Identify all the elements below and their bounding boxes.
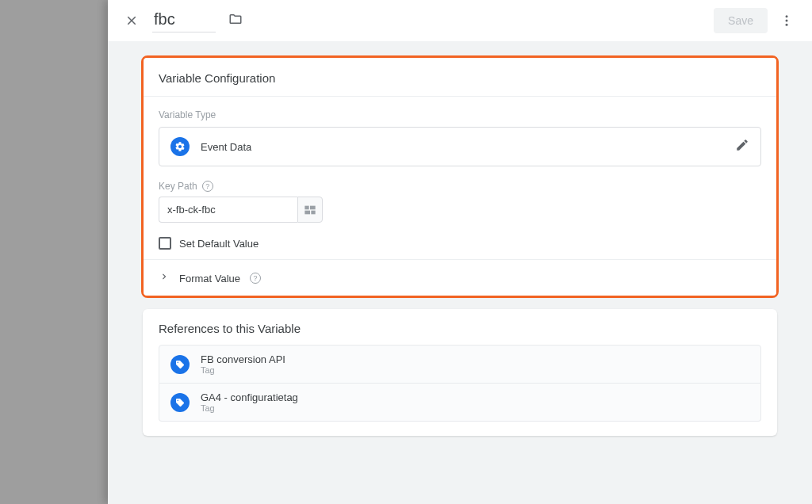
more-vert-icon [779,13,794,28]
reference-item[interactable]: FB conversion API Tag [159,345,761,384]
svg-rect-4 [310,205,316,209]
keypath-input[interactable] [159,197,297,223]
reference-item[interactable]: GA4 - configuratietag Tag [159,384,761,422]
folder-icon [228,12,243,26]
content-area: Variable Configuration Variable Type Eve… [108,41,812,504]
references-card: References to this Variable FB conversio… [143,309,777,436]
tag-icon [170,355,190,374]
format-value-label: Format Value [179,273,240,284]
svg-point-2 [786,24,788,26]
reference-kind: Tag [201,365,285,375]
reference-name: FB conversion API [201,353,285,365]
svg-rect-3 [304,205,308,209]
folder-button[interactable] [228,12,243,29]
reference-kind: Tag [201,403,298,413]
svg-point-0 [786,15,788,17]
keypath-label: Key Path [159,181,197,192]
format-help-icon[interactable]: ? [250,273,261,284]
variable-type-selector[interactable]: Event Data [159,127,761,166]
format-value-toggle[interactable]: Format Value ? [143,259,777,296]
references-list: FB conversion API Tag GA4 - configuratie… [143,345,777,436]
close-button[interactable] [121,10,143,32]
keypath-help-icon[interactable]: ? [202,181,213,192]
pencil-icon [735,138,749,152]
default-value-checkbox[interactable] [159,237,171,250]
variable-name-input[interactable] [152,9,216,32]
edit-type-button[interactable] [735,138,749,155]
config-card-title: Variable Configuration [143,57,777,97]
reference-name: GA4 - configuratietag [201,391,298,403]
references-title: References to this Variable [143,309,777,345]
keypath-variable-picker[interactable] [297,197,323,223]
gear-icon [170,137,190,156]
tag-icon [170,393,190,412]
topbar: Save [108,0,812,41]
variable-type-name: Event Data [201,141,251,153]
svg-rect-5 [304,210,310,214]
editor-panel: Save Variable Configuration Variable Typ… [108,0,812,504]
svg-rect-6 [311,210,315,214]
svg-point-1 [786,20,788,22]
close-icon [124,13,139,28]
default-value-label: Set Default Value [179,238,259,250]
more-menu-button[interactable] [774,8,799,33]
variable-configuration-card: Variable Configuration Variable Type Eve… [143,57,777,296]
chevron-right-icon [159,271,170,285]
variable-brick-icon [304,204,316,216]
variable-type-label: Variable Type [159,109,761,120]
save-button[interactable]: Save [714,8,768,33]
